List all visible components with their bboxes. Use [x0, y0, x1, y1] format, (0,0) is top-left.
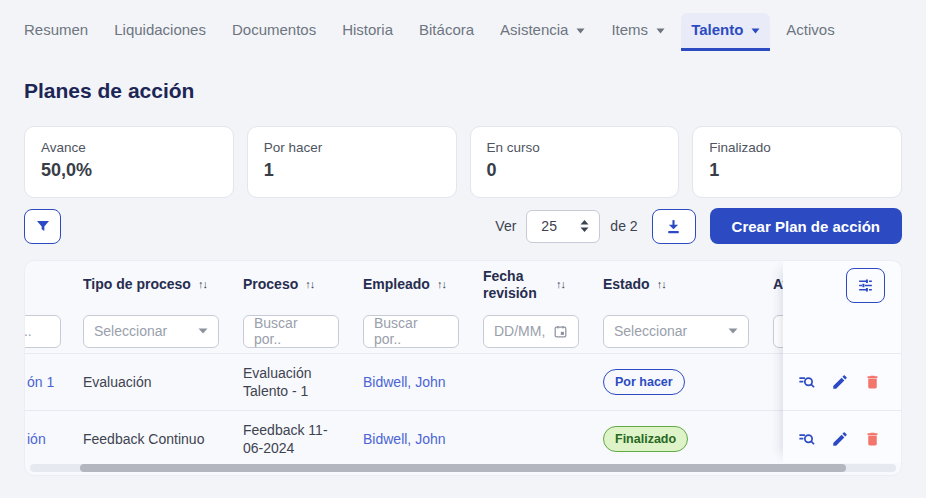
stat-label: Avance	[41, 140, 217, 155]
table-header-row: Tipo de proceso↑↓ Proceso↑↓ Empleado↑↓ F…	[25, 261, 901, 309]
edit-button[interactable]	[831, 430, 849, 448]
stat-value: 1	[264, 160, 440, 181]
table-row: ón 1 Evaluación Evaluación Talento - 1 B…	[25, 354, 901, 410]
tab-items[interactable]: Items	[601, 13, 675, 51]
tab-activos[interactable]: Activos	[776, 13, 844, 51]
page-size-select[interactable]: 25	[526, 210, 600, 243]
col-header-fecha-revision[interactable]: Fecha revisión↑↓	[471, 268, 591, 303]
tab-bar: Resumen Liquidaciones Documentos Histori…	[0, 0, 926, 51]
tab-bitacora[interactable]: Bitácora	[409, 13, 484, 51]
col-header-estado[interactable]: Estado↑↓	[591, 276, 761, 294]
edit-button[interactable]	[831, 373, 849, 391]
sort-icon[interactable]: ↑↓	[657, 278, 666, 292]
stat-value: 1	[709, 160, 885, 181]
calendar-icon	[553, 324, 568, 339]
plan-link-clipped[interactable]: ión	[27, 431, 46, 447]
stat-card-avance: Avance 50,0%	[24, 126, 234, 198]
cell-tipo: Feedback Continuo	[71, 430, 231, 448]
chevron-down-icon	[656, 28, 665, 34]
stat-label: En curso	[487, 140, 663, 155]
tab-liquidaciones[interactable]: Liquidaciones	[104, 13, 216, 51]
status-badge: Por hacer	[603, 369, 685, 395]
delete-button[interactable]	[864, 430, 881, 448]
up-down-icon	[580, 220, 589, 232]
sort-icon[interactable]: ↑↓	[556, 278, 565, 292]
cell-proceso: Feedback 11-06-2024	[231, 421, 351, 457]
stat-label: Por hacer	[264, 140, 440, 155]
chevron-down-icon	[198, 328, 208, 334]
horizontal-scrollbar-thumb[interactable]	[80, 464, 846, 472]
table-toolbar: Ver 25 de 2 Crear Plan de acción	[24, 208, 902, 244]
chevron-down-icon	[576, 28, 585, 34]
stats-row: Avance 50,0% Por hacer 1 En curso 0 Fina…	[24, 126, 902, 198]
tab-historia[interactable]: Historia	[332, 13, 403, 51]
stat-card-finalizado: Finalizado 1	[692, 126, 902, 198]
cell-tipo: Evaluación	[71, 373, 231, 391]
total-count-label: de 2	[610, 218, 637, 234]
status-badge: Finalizado	[603, 426, 688, 452]
tab-resumen[interactable]: Resumen	[14, 13, 98, 51]
table-row: ión Feedback Continuo Feedback 11-06-202…	[25, 410, 901, 467]
pagination-controls: Ver 25 de 2 Crear Plan de acción	[495, 208, 902, 244]
view-details-button[interactable]	[797, 430, 816, 449]
stat-card-por-hacer: Por hacer 1	[247, 126, 457, 198]
filter-plan-input-clipped[interactable]: r..	[25, 315, 61, 348]
filter-tipo-select[interactable]: Seleccionar	[83, 315, 219, 348]
view-details-button[interactable]	[797, 373, 816, 392]
tab-documentos[interactable]: Documentos	[222, 13, 326, 51]
filter-proceso-input[interactable]: Buscar por..	[243, 315, 339, 348]
tab-asistencia[interactable]: Asistencia	[490, 13, 595, 51]
column-settings-button[interactable]	[846, 268, 885, 303]
chevron-down-icon	[751, 28, 760, 34]
funnel-icon	[35, 218, 51, 234]
stat-label: Finalizado	[709, 140, 885, 155]
employee-link[interactable]: Bidwell, John	[363, 374, 446, 390]
tab-talento[interactable]: Talento	[681, 13, 770, 51]
sliders-icon	[857, 277, 874, 294]
sort-icon[interactable]: ↑↓	[305, 278, 314, 292]
filter-button[interactable]	[24, 209, 61, 244]
sort-icon[interactable]: ↑↓	[198, 278, 207, 292]
cell-proceso: Evaluación Talento - 1	[231, 364, 351, 400]
chevron-down-icon	[728, 328, 738, 334]
stat-value: 50,0%	[41, 160, 217, 181]
filter-fecha-date-input[interactable]: DD/MM,	[483, 315, 579, 348]
download-icon	[665, 218, 682, 235]
filter-empleado-input[interactable]: Buscar por..	[363, 315, 459, 348]
action-plans-table: Tipo de proceso↑↓ Proceso↑↓ Empleado↑↓ F…	[24, 260, 902, 476]
col-header-empleado[interactable]: Empleado↑↓	[351, 276, 471, 294]
create-plan-button[interactable]: Crear Plan de acción	[710, 208, 902, 244]
filter-estado-select[interactable]: Seleccionar	[603, 315, 749, 348]
plan-link-clipped[interactable]: ón 1	[27, 374, 54, 390]
stat-card-en-curso: En curso 0	[470, 126, 680, 198]
actions-sticky-column	[783, 261, 901, 463]
page-size-label: Ver	[495, 218, 516, 234]
col-header-tipo-de-proceso[interactable]: Tipo de proceso↑↓	[71, 276, 231, 294]
horizontal-scrollbar[interactable]	[30, 464, 896, 472]
delete-button[interactable]	[864, 373, 881, 391]
employee-link[interactable]: Bidwell, John	[363, 431, 446, 447]
col-header-proceso[interactable]: Proceso↑↓	[231, 276, 351, 294]
download-button[interactable]	[652, 209, 696, 244]
sort-icon[interactable]: ↑↓	[437, 278, 446, 292]
stat-value: 0	[487, 160, 663, 181]
table-filter-row: r.. Seleccionar Buscar por.. Buscar por.…	[25, 309, 901, 354]
page-title: Planes de acción	[24, 79, 926, 103]
talent-action-plans-page: Resumen Liquidaciones Documentos Histori…	[0, 0, 926, 498]
